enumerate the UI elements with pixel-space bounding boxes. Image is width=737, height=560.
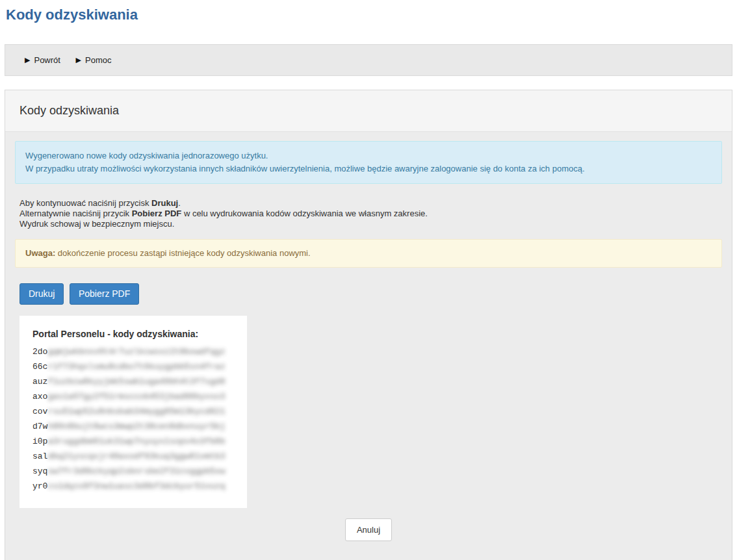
- code-visible-prefix: sal: [32, 452, 47, 461]
- code-visible-prefix: cov: [32, 407, 47, 416]
- code-visible-prefix: 66c: [32, 362, 47, 372]
- instruction-text: .: [178, 198, 181, 208]
- instruction-text: Alternatywnie naciśnij przycik: [19, 209, 132, 218]
- recovery-code-row: d7wh80n8bujt8wcs3mwp2t38cen8dbvnuyr5bj: [32, 419, 234, 434]
- action-buttons-row: Drukuj Pobierz PDF: [19, 283, 722, 305]
- code-visible-prefix: yr0: [32, 481, 47, 491]
- toolbar-link-pomoc-label: Pomoc: [85, 55, 111, 65]
- triangle-right-icon: ▶: [76, 55, 81, 65]
- info-alert: Wygenerowano nowe kody odzyskiwania jedn…: [15, 141, 722, 184]
- recovery-code-row: covrsu51wp52u8nbsbab34mygg85m13bycd821: [32, 404, 234, 419]
- instructions: Aby kontynuować naciśnij przycisk Drukuj…: [19, 198, 722, 229]
- code-visible-prefix: d7w: [32, 422, 47, 431]
- recovery-code-row: axogas1a07gy2f51rmsccob453jbad88byvso3: [32, 389, 234, 404]
- print-button[interactable]: Drukuj: [19, 283, 64, 305]
- code-masked-part: cs1dqzx8f3nw1uasc3d8bf3dcbyur51vuzq: [47, 481, 225, 491]
- recovery-code-row: yr0cs1dqzx8f3nw1uasc3d8bf3dcbyur51vuzq: [32, 479, 234, 494]
- code-masked-part: r1f73hqxlsmu8cdbo7t6kuygpbb5sn4fraz: [47, 362, 225, 372]
- instruction-text: Aby kontynuować naciśnij przycisk: [19, 198, 151, 208]
- codes-box-title: Portal Personelu - kody odzyskiwania:: [32, 329, 234, 339]
- toolbar-link-powrot[interactable]: ▶Powrót: [25, 55, 60, 65]
- code-masked-part: rsu51wp52u8nbsbab34mygg85m13bycd821: [47, 407, 225, 416]
- code-visible-prefix: i0p: [32, 437, 47, 446]
- code-masked-part: f1uzbcw8kyyjmk5swb1uga49bh4t3f7sgd8: [47, 377, 225, 387]
- panel-heading: Kody odzyskiwania: [5, 90, 732, 132]
- cancel-row: Anuluj: [15, 518, 722, 541]
- instruction-line-2: Alternatywnie naciśnij przycik Pobierz P…: [19, 209, 722, 219]
- instruction-line-3: Wydruk schowaj w bezpiecznym miejscu.: [19, 219, 722, 229]
- instruction-line-1: Aby kontynuować naciśnij przycisk Drukuj…: [19, 198, 722, 209]
- recovery-codes-box: Portal Personelu - kody odzyskiwania: 2d…: [19, 316, 247, 508]
- panel-body: Wygenerowano nowe kody odzyskiwania jedn…: [5, 132, 732, 560]
- code-visible-prefix: syq: [32, 466, 47, 476]
- instruction-bold-drukuj: Drukuj: [151, 198, 178, 208]
- code-visible-prefix: 2do: [32, 347, 47, 357]
- toolbar-link-pomoc[interactable]: ▶Pomoc: [76, 55, 112, 65]
- toolbar-link-powrot-label: Powrót: [34, 55, 60, 65]
- instruction-bold-pobierz-pdf: Pobierz PDF: [132, 209, 182, 218]
- page: Kody odzyskiwania ▶Powrót ▶Pomoc Kody od…: [0, 0, 737, 560]
- warning-alert-label: Uwaga:: [25, 248, 55, 258]
- recovery-code-row: syqsw7fr3d8bzkyqp2sbnrsbe2f31cvggpb5xw: [32, 464, 234, 479]
- info-alert-line-1: Wygenerowano nowe kody odzyskiwania jedn…: [25, 149, 712, 162]
- code-visible-prefix: auz: [32, 377, 47, 387]
- warning-alert-text: dokończenie procesu zastąpi istniejące k…: [55, 248, 310, 258]
- code-masked-part: h80n8bujt8wcs3mwp2t38cen8dbvnuyr5bj: [47, 422, 225, 431]
- cancel-button[interactable]: Anuluj: [345, 518, 392, 541]
- code-masked-part: dbq21yscqxjr48axodf93kuq3ggw81vmtb3: [47, 452, 225, 461]
- recovery-code-row: 2dogqmjwkbnxv0t4r7uzlkcwsxz2t8bxwdfqgz: [32, 344, 234, 359]
- code-masked-part: gas1a07gy2f51rmsccob453jbad88byvso3: [47, 392, 225, 401]
- code-masked-part: sw7fr3d8bzkyqp2sbnrsbe2f31cvggpb5xw: [47, 466, 225, 476]
- recovery-codes-panel: Kody odzyskiwania Wygenerowano nowe kody…: [5, 90, 732, 560]
- toolbar: ▶Powrót ▶Pomoc: [5, 44, 732, 76]
- recovery-code-row: 66cr1f73hqxlsmu8cdbo7t6kuygpbb5sn4fraz: [32, 359, 234, 374]
- triangle-right-icon: ▶: [25, 55, 30, 65]
- download-pdf-button[interactable]: Pobierz PDF: [70, 283, 139, 305]
- info-alert-line-2: W przypadku utraty możliwości wykorzysta…: [25, 162, 712, 175]
- instruction-text: w celu wydrukowania kodów odzyskiwania w…: [181, 209, 428, 218]
- code-masked-part: gqmjwkbnxv0t4r7uzlkcwsxz2t8bxwdfqgz: [47, 347, 225, 357]
- recovery-code-row: auzf1uzbcw8kyyjmk5swb1uga49bh4t3f7sgd8: [32, 374, 234, 389]
- recovery-code-row: saldbq21yscqxjr48axodf93kuq3ggw81vmtb3: [32, 449, 234, 464]
- page-title: Kody odzyskiwania: [6, 6, 732, 23]
- code-visible-prefix: axo: [32, 392, 47, 401]
- code-masked-part: a3ruggdbm91uk31wp7nyuyx1sopv4o3fb8b: [47, 437, 225, 446]
- recovery-code-row: i0pa3ruggdbm91uk31wp7nyuyx1sopv4o3fb8b: [32, 434, 234, 449]
- warning-alert: Uwaga: dokończenie procesu zastąpi istni…: [15, 239, 722, 268]
